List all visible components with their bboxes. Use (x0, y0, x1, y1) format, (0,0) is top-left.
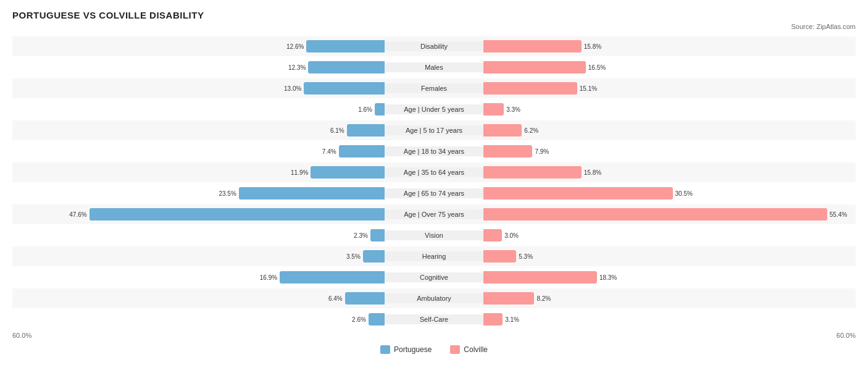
bar-blue (311, 166, 385, 178)
bar-pink (483, 229, 502, 242)
bar-pink (483, 103, 504, 116)
bar-label-right: 55.4% (827, 211, 847, 218)
center-label: Age | Over 75 years (385, 209, 483, 219)
bar-row: 2.6% Self-Care 3.1% (12, 309, 856, 329)
right-area: 55.4% (483, 204, 856, 224)
bar-row: 12.6% Disability 15.8% (12, 36, 856, 56)
right-area: 8.2% (483, 288, 856, 308)
center-label: Age | 18 to 34 years (385, 146, 483, 156)
bar-label-right: 3.3% (504, 106, 520, 113)
bar-label-left: 13.0% (284, 85, 304, 92)
right-area: 15.8% (483, 36, 856, 56)
bar-container: 47.6% Age | Over 75 years 55.4% (12, 204, 856, 224)
bar-pink (483, 208, 827, 220)
axis-right-label: 60.0% (837, 332, 856, 339)
bar-label-right: 8.2% (534, 295, 551, 302)
left-area: 2.3% (12, 225, 385, 245)
bar-pink (483, 61, 586, 74)
bar-pink (483, 124, 522, 136)
right-area: 6.2% (483, 120, 856, 140)
chart-area: 12.6% Disability 15.8% 12.3% Males (12, 36, 856, 329)
right-area: 3.1% (483, 309, 856, 329)
bar-row: 12.3% Males 16.5% (12, 57, 856, 77)
right-area: 30.5% (483, 183, 856, 203)
bar-row: 16.9% Cognitive 18.3% (12, 267, 856, 287)
left-area: 47.6% (12, 204, 385, 224)
bar-blue (308, 61, 385, 74)
bar-label-left: 2.3% (354, 232, 370, 239)
center-label: Age | 5 to 17 years (385, 125, 483, 135)
bar-pink (483, 313, 503, 326)
right-area: 16.5% (483, 57, 856, 77)
right-area: 18.3% (483, 267, 856, 287)
left-area: 23.5% (12, 183, 385, 203)
bar-row: 6.4% Ambulatory 8.2% (12, 288, 856, 308)
bar-pink (483, 82, 577, 94)
bar-label-right: 16.5% (586, 64, 606, 71)
right-area: 5.3% (483, 246, 856, 266)
bar-label-left: 16.9% (260, 274, 280, 281)
bar-pink (483, 187, 673, 200)
right-area: 15.8% (483, 162, 856, 182)
left-area: 6.4% (12, 288, 385, 308)
left-area: 16.9% (12, 267, 385, 287)
left-area: 3.5% (12, 246, 385, 266)
bar-label-left: 2.6% (352, 316, 369, 323)
left-area: 6.1% (12, 120, 385, 140)
legend-portuguese-color (380, 345, 390, 354)
center-label: Hearing (385, 251, 483, 261)
bar-container: 6.4% Ambulatory 8.2% (12, 288, 856, 308)
bar-container: 2.3% Vision 3.0% (12, 225, 856, 245)
bar-pink (483, 166, 582, 178)
center-label: Cognitive (385, 272, 483, 282)
bar-label-left: 7.4% (322, 148, 339, 155)
bar-label-right: 5.3% (516, 253, 533, 260)
bar-pink (483, 145, 532, 158)
bar-label-left: 12.6% (286, 43, 306, 50)
bar-label-left: 23.5% (219, 190, 238, 197)
bar-label-left: 6.1% (330, 127, 347, 134)
center-label: Females (385, 83, 483, 93)
left-area: 12.6% (12, 36, 385, 56)
bar-blue (280, 271, 385, 284)
bar-blue (369, 313, 385, 326)
bar-container: 12.6% Disability 15.8% (12, 36, 856, 56)
legend-colville-label: Colville (464, 345, 488, 354)
bar-label-left: 12.3% (288, 64, 308, 71)
bar-blue (363, 250, 385, 262)
center-label: Ambulatory (385, 293, 483, 303)
bar-row: 47.6% Age | Over 75 years 55.4% (12, 204, 856, 224)
bar-label-right: 30.5% (673, 190, 693, 197)
bar-label-left: 6.4% (328, 295, 345, 302)
bar-container: 12.3% Males 16.5% (12, 57, 856, 77)
legend: Portuguese Colville (12, 345, 856, 354)
bar-label-right: 15.8% (582, 43, 601, 50)
bar-row: 3.5% Hearing 5.3% (12, 246, 856, 266)
center-label: Males (385, 62, 483, 72)
bar-label-right: 15.1% (577, 85, 597, 92)
legend-colville: Colville (450, 345, 488, 354)
bar-container: 23.5% Age | 65 to 74 years 30.5% (12, 183, 856, 203)
chart-title: PORTUGUESE VS COLVILLE DISABILITY (12, 10, 856, 20)
bar-label-right: 3.1% (503, 316, 519, 323)
bar-pink (483, 40, 582, 52)
bar-pink (483, 271, 597, 284)
bar-blue (347, 124, 385, 136)
left-area: 12.3% (12, 57, 385, 77)
center-label: Disability (385, 41, 483, 51)
center-label: Self-Care (385, 314, 483, 324)
bar-pink (483, 250, 516, 262)
bar-blue (304, 82, 385, 94)
bar-label-left: 3.5% (346, 253, 363, 260)
bar-label-right: 15.8% (582, 169, 601, 176)
right-area: 3.3% (483, 99, 856, 119)
bar-blue (345, 292, 385, 304)
bar-label-right: 3.0% (502, 232, 519, 239)
center-label: Age | Under 5 years (385, 104, 483, 114)
bar-container: 2.6% Self-Care 3.1% (12, 309, 856, 329)
bar-label-left: 11.9% (291, 169, 311, 176)
bar-row: 23.5% Age | 65 to 74 years 30.5% (12, 183, 856, 203)
bar-container: 16.9% Cognitive 18.3% (12, 267, 856, 287)
source-label: Source: ZipAtlas.com (12, 23, 856, 30)
bar-label-right: 18.3% (597, 274, 617, 281)
